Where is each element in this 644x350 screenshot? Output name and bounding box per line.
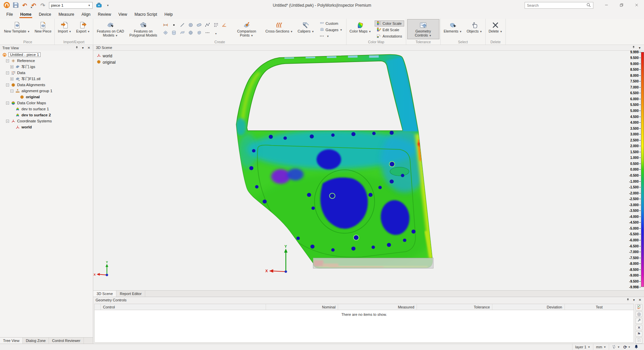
plane-button[interactable] [161, 29, 170, 37]
tree-item-data[interactable]: −Data [0, 70, 93, 76]
point-grid-button[interactable] [212, 21, 220, 29]
cylinder-button[interactable] [170, 29, 178, 37]
column-header-test[interactable]: Test [565, 304, 634, 310]
undo-all-button[interactable]: ↶x [29, 1, 38, 9]
tree-item-alignment-group-1[interactable]: −alignment group 1 [0, 88, 93, 94]
comparison-points-button[interactable]: Comparison Points ▼ [230, 19, 263, 39]
collapse-icon[interactable]: − [6, 102, 9, 105]
objects-button[interactable]: Objects ▼ [465, 19, 484, 39]
close-icon[interactable]: ✕ [87, 46, 91, 50]
customize-toolbar-button[interactable]: ▼ [103, 1, 112, 9]
color-scale-button[interactable]: Color Scale [375, 20, 404, 26]
search-box[interactable] [525, 2, 593, 9]
tree-item-world[interactable]: world [0, 124, 93, 130]
collapse-icon[interactable]: − [6, 120, 9, 123]
flag-button[interactable]: ⚑ [636, 331, 642, 337]
column-header-control[interactable]: Control [101, 304, 266, 310]
tab-report-editor[interactable]: Report Editor [116, 291, 145, 297]
search-input[interactable] [527, 3, 586, 7]
menu-measure[interactable]: Measure [55, 11, 78, 19]
chevron-down-icon[interactable]: ▾ [632, 298, 636, 302]
more-button[interactable]: ▼ [318, 33, 344, 39]
new-piece-button[interactable]: New Piece [33, 19, 53, 39]
angle-button[interactable] [220, 21, 228, 29]
delete-button[interactable]: Delete ▼ [487, 19, 504, 39]
tab-tree-view[interactable]: Tree View [0, 338, 23, 344]
units-selector[interactable]: mm ▼ [593, 344, 609, 350]
menu-home[interactable]: Home [16, 11, 35, 19]
expand-icon[interactable]: + [10, 65, 13, 68]
pin-icon[interactable] [632, 46, 635, 50]
elements-button[interactable]: Elements ▼ [442, 19, 464, 39]
chevron-down-icon[interactable]: ▾ [81, 46, 85, 50]
color-scale[interactable]: 9.9999.5009.0008.5008.0007.5007.0006.500… [625, 52, 644, 287]
pin-icon[interactable] [75, 46, 78, 50]
column-header-tolerance[interactable]: Tolerance [417, 304, 492, 310]
chevron-down-icon[interactable]: ▾ [638, 46, 641, 50]
export-button[interactable]: Export ▼ [74, 19, 92, 39]
minimize-button[interactable] [599, 0, 614, 11]
menu-device[interactable]: Device [35, 11, 55, 19]
menu-align[interactable]: Align [78, 11, 94, 19]
collapse-icon[interactable]: − [6, 59, 9, 62]
piece-selector[interactable]: piece 1 ▼ [49, 2, 93, 9]
line-button[interactable] [178, 21, 186, 29]
close-icon[interactable]: ✕ [638, 298, 642, 302]
close-button[interactable] [629, 0, 644, 11]
cross-sections-button[interactable]: Cross-Sections ▼ [263, 19, 295, 39]
geometry-controls-button[interactable]: Geometry Controls ▼ [407, 19, 439, 39]
tree-item-coordinate-systems[interactable]: −Coordinate Systems [0, 118, 93, 124]
grid-more-arrow-button[interactable]: ▼ [212, 29, 220, 37]
notifications-button[interactable] [634, 344, 639, 350]
tools-button[interactable] [636, 318, 642, 324]
tree-item-dev-to-surface-2[interactable]: dev to surface 2 [0, 112, 93, 118]
annotations-button[interactable]: Annotations [375, 33, 404, 39]
edit-scale-button[interactable]: Edit Scale [375, 27, 404, 33]
tab-3d-scene[interactable]: 3D Scene [93, 291, 116, 297]
tree-item-data-alignments[interactable]: −Data Alignments [0, 82, 93, 88]
polyline-button[interactable] [203, 21, 212, 29]
menu-macro-script[interactable]: Macro Script [131, 11, 161, 19]
column-header-measured[interactable]: Measured [338, 304, 417, 310]
import-button[interactable]: Import ▼ [56, 19, 73, 39]
box-button[interactable] [195, 29, 203, 37]
collapse-icon[interactable]: − [6, 83, 9, 86]
undo-button[interactable]: ↶ [20, 1, 29, 9]
3d-viewport[interactable]: Y X Y X [93, 51, 644, 290]
save-button[interactable] [11, 1, 20, 9]
gauges-button[interactable]: Gauges ▼ [318, 27, 344, 33]
tab-dialog-zone[interactable]: Dialog Zone [23, 338, 49, 344]
new-template-button[interactable]: New Template ▼ [2, 19, 32, 39]
redo-button[interactable]: ↷ [38, 1, 47, 9]
report-button[interactable] [636, 338, 642, 344]
features-on-cad-models-button[interactable]: Features on CAD Models ▼ [94, 19, 126, 39]
display-options-button[interactable]: ▼ [612, 345, 620, 350]
workspace-manager-button[interactable] [94, 1, 103, 9]
menu-view[interactable]: View [115, 11, 131, 19]
tab-control-reviewer[interactable]: Control Reviewer [49, 338, 84, 344]
custom-button[interactable]: Custom [318, 20, 344, 26]
pin-icon[interactable] [626, 298, 630, 302]
length-button[interactable] [161, 21, 170, 29]
controls-options-button[interactable] [636, 304, 642, 310]
surface-button[interactable] [178, 29, 186, 37]
slot-button[interactable] [195, 21, 203, 29]
restore-button[interactable] [614, 0, 629, 11]
tree-item-original[interactable]: original [0, 94, 93, 100]
delete-control-button[interactable]: ✕ [636, 325, 642, 330]
circle-button[interactable] [186, 21, 195, 29]
menu-file[interactable]: File [3, 11, 16, 19]
point-button[interactable] [170, 21, 178, 29]
calipers-button[interactable]: Calipers ▼ [296, 19, 316, 39]
more-button[interactable] [203, 29, 212, 37]
refresh-button[interactable]: ⟳▼ [623, 345, 631, 349]
tree-item-reference[interactable]: −Reference [0, 58, 93, 64]
column-header-nominal[interactable]: Nominal [266, 304, 338, 310]
menu-help[interactable]: Help [161, 11, 176, 19]
collapse-icon[interactable]: − [6, 71, 9, 74]
polyworks-logo[interactable] [2, 1, 11, 9]
sphere-button[interactable] [186, 29, 195, 37]
column-header-deviation[interactable]: Deviation [492, 304, 565, 310]
tree-item-车门f11-stl[interactable]: +车门F11.stl [0, 76, 93, 82]
tree-item-untitled-piece-1[interactable]: Untitled - piece 1 [0, 52, 93, 58]
